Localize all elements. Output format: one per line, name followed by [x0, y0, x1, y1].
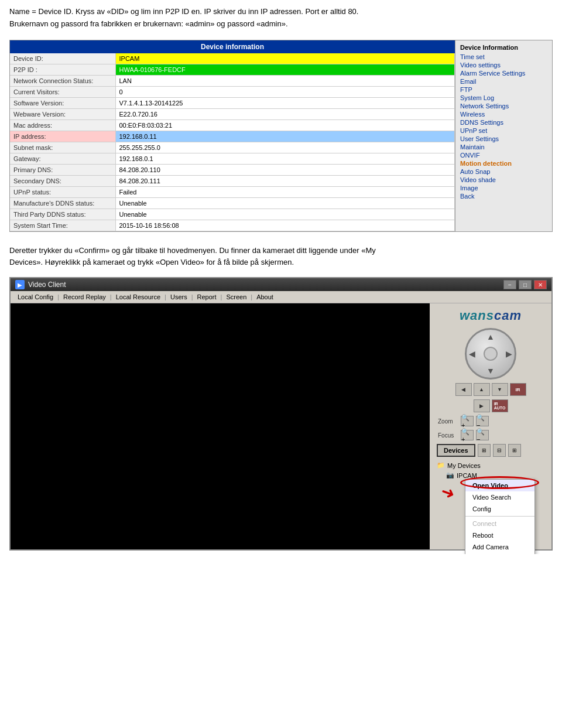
- context-menu-item[interactable]: Config: [465, 503, 534, 515]
- up-arrow-btn[interactable]: ▲: [474, 383, 490, 396]
- wanscam-logo: wanscam: [460, 308, 522, 323]
- sidebar-menu-item[interactable]: DDNS Settings: [460, 119, 547, 126]
- arrow-right-icon[interactable]: ▶: [506, 349, 512, 358]
- zoom-in-btn[interactable]: 🔍+: [461, 416, 474, 426]
- context-menu-item[interactable]: Delete Camera: [465, 553, 534, 554]
- tree-root-label: My Devices: [447, 462, 481, 469]
- table-cell-value: Unenable: [115, 197, 455, 209]
- context-menu-item[interactable]: Add Camera: [465, 541, 534, 553]
- context-menu-item[interactable]: Video Search: [465, 491, 534, 503]
- grid-2-btn[interactable]: ⊟: [493, 444, 506, 457]
- table-cell-value: HWAA-010676-FEDCF: [115, 64, 455, 75]
- zoom-label: Zoom: [438, 418, 458, 425]
- table-cell-value: 255.255.255.0: [115, 142, 455, 153]
- window-title-left: ▶ Video Client: [15, 280, 66, 289]
- down-arrow-btn[interactable]: ▼: [492, 383, 508, 396]
- minimize-button[interactable]: −: [503, 280, 516, 289]
- menu-item[interactable]: Screen: [222, 292, 250, 302]
- device-tree: 📁 My Devices 📷 IPCAM: [432, 460, 549, 480]
- menu-item[interactable]: Local Config: [14, 292, 57, 302]
- middle-line2: Devices». Høyreklikk på kameraet og tryk…: [9, 257, 553, 269]
- sidebar-menu-item[interactable]: Email: [460, 78, 547, 85]
- window-menubar: Local Config|Record Replay|Local Resourc…: [11, 291, 551, 303]
- sidebar-menu-item[interactable]: Wireless: [460, 111, 547, 118]
- menu-item[interactable]: Report: [194, 292, 220, 302]
- focus-label: Focus: [438, 432, 458, 439]
- table-row: Subnet mask:255.255.255.0: [10, 142, 455, 153]
- devices-btn-area: Devices ⊞ ⊟ ⊞: [432, 444, 549, 457]
- table-cell-value: 192.168.0.1: [115, 153, 455, 164]
- table-cell-value: 84.208.20.110: [115, 164, 455, 175]
- table-row: Secondary DNS:84.208.20.111: [10, 175, 455, 186]
- tree-root-item[interactable]: 📁 My Devices: [437, 460, 544, 470]
- table-cell-value: Unenable: [115, 209, 455, 220]
- table-cell-value: 00:E0:F8:03:03:21: [115, 119, 455, 131]
- arrow-down-icon[interactable]: ▼: [486, 366, 495, 375]
- sidebar-menu-item[interactable]: Image: [460, 184, 547, 192]
- table-cell-value: LAN: [115, 75, 455, 86]
- sidebar-menu-item[interactable]: Video settings: [460, 61, 547, 69]
- arrow-up-icon[interactable]: ▲: [486, 332, 495, 341]
- table-cell-value: 0: [115, 86, 455, 97]
- menu-item[interactable]: Record Replay: [60, 292, 109, 302]
- sidebar-menu-item[interactable]: FTP: [460, 86, 547, 93]
- table-cell-value: E22.0.720.16: [115, 108, 455, 119]
- play-btn[interactable]: ▶: [474, 399, 490, 412]
- sidebar-menu-item[interactable]: Video shade: [460, 176, 547, 183]
- sidebar-menu-item[interactable]: System Log: [460, 94, 547, 101]
- sidebar-menu-item[interactable]: Auto Snap: [460, 168, 547, 175]
- sidebar-menu-item[interactable]: Back: [460, 193, 547, 200]
- table-row: Network Connection Status:LAN: [10, 75, 455, 86]
- directional-control[interactable]: ▲ ▼ ◀ ▶: [465, 328, 516, 380]
- table-cell-label: Mac address:: [10, 119, 115, 131]
- video-client-window: ▶ Video Client − □ ✕ Local Config|Record…: [9, 277, 553, 551]
- table-row: Software Version:V7.1.4.1.13-20141225: [10, 97, 455, 108]
- table-row: Third Party DDNS status:Unenable: [10, 209, 455, 220]
- maximize-button[interactable]: □: [519, 280, 532, 289]
- zoom-out-btn[interactable]: 🔍−: [476, 416, 489, 426]
- table-row: Webware Version:E22.0.720.16: [10, 108, 455, 119]
- sidebar-menu-item[interactable]: Maintain: [460, 143, 547, 151]
- focus-out-btn[interactable]: 🔍−: [476, 430, 489, 440]
- window-title: Video Client: [28, 281, 66, 289]
- folder-icon: 📁: [437, 462, 445, 469]
- context-menu-item[interactable]: Reboot: [465, 529, 534, 541]
- table-cell-label: Device ID:: [10, 53, 115, 64]
- sidebar-menu-item[interactable]: Alarm Service Settings: [460, 70, 547, 77]
- device-table: Device ID:IPCAMP2P ID :HWAA-010676-FEDCF…: [10, 53, 455, 231]
- menu-item[interactable]: About: [253, 292, 277, 302]
- devices-button[interactable]: Devices: [437, 444, 475, 457]
- sidebar-menu-item[interactable]: UPnP set: [460, 127, 547, 134]
- window-titlebar: ▶ Video Client − □ ✕: [11, 278, 551, 291]
- sidebar-menu-item[interactable]: ONVIF: [460, 152, 547, 159]
- grid-1-btn[interactable]: ⊞: [478, 444, 491, 457]
- grid-3-btn[interactable]: ⊞: [508, 444, 521, 457]
- sidebar-menu-item[interactable]: User Settings: [460, 135, 547, 142]
- table-cell-value: V7.1.4.1.13-20141225: [115, 97, 455, 108]
- focus-in-btn[interactable]: 🔍+: [461, 430, 474, 440]
- sidebar-menu-title: Device Information: [460, 44, 547, 51]
- device-info-main: Device information Device ID:IPCAMP2P ID…: [10, 40, 455, 231]
- table-cell-label: P2P ID :: [10, 64, 115, 75]
- menu-item[interactable]: Users: [167, 292, 191, 302]
- table-row: Gateway:192.168.0.1: [10, 153, 455, 164]
- table-row: Device ID:IPCAM: [10, 53, 455, 64]
- table-cell-label: Primary DNS:: [10, 164, 115, 175]
- sidebar-menu-item[interactable]: Network Settings: [460, 102, 547, 110]
- left-arrow-btn[interactable]: ◀: [455, 383, 472, 396]
- sidebar-menu-item[interactable]: Motion detection: [460, 160, 547, 167]
- menu-item[interactable]: Local Resource: [112, 292, 164, 302]
- close-button[interactable]: ✕: [534, 280, 547, 289]
- ir-button[interactable]: IR: [510, 383, 526, 396]
- sidebar-menu-item[interactable]: Time set: [460, 53, 547, 60]
- table-cell-value: Failed: [115, 186, 455, 197]
- context-menu-item[interactable]: Open Video: [465, 480, 534, 491]
- middle-text: Deretter trykker du «Confirm» og går til…: [0, 237, 562, 274]
- context-menu-divider: [465, 516, 534, 517]
- ir-auto-button[interactable]: IRAUTO: [492, 399, 508, 412]
- window-icon: ▶: [15, 280, 25, 289]
- table-cell-label: Manufacture's DDNS status:: [10, 197, 115, 209]
- circle-center: [484, 347, 498, 361]
- arrow-left-icon[interactable]: ◀: [469, 349, 475, 358]
- tree-child-label: IPCAM: [457, 472, 477, 479]
